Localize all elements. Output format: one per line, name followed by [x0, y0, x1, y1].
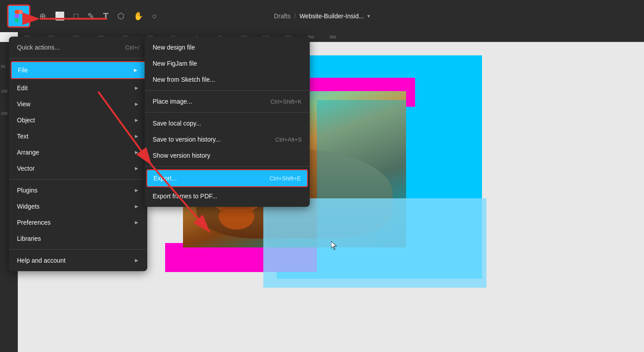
arrange-label: Arrange [17, 149, 39, 156]
main-menu: Quick actions... Ctrl+/ File ► Edit ► Vi… [9, 37, 147, 271]
hand-tool[interactable]: ✋ [133, 11, 143, 21]
widgets-label: Widgets [17, 203, 40, 210]
menu-item-view[interactable]: View ► [9, 96, 147, 112]
view-label: View [17, 101, 30, 108]
submenu-new-design[interactable]: New design file [145, 39, 310, 55]
breadcrumb: Drafts / Website-Builder-Insid... ▾ [274, 13, 370, 20]
frame-tool[interactable]: ⬜ [55, 11, 65, 21]
save-history-label: Save to version history... [153, 136, 220, 143]
quick-actions-item[interactable]: Quick actions... Ctrl+/ [9, 39, 147, 55]
tool-group: ⊕ ⬜ □ ✎ T ⬡ ✋ ○ [39, 11, 157, 21]
save-history-shortcut: Ctrl+Alt+S [275, 136, 302, 143]
text-tool[interactable]: T [103, 11, 108, 21]
preferences-arrow: ► [134, 219, 139, 226]
save-local-label: Save local copy... [153, 120, 201, 127]
menu-divider-2 [9, 179, 147, 180]
submenu-save-local[interactable]: Save local copy... [145, 115, 310, 131]
menu-item-help[interactable]: Help and account ► [9, 252, 147, 268]
submenu-show-history[interactable]: Show version history [145, 147, 310, 163]
menu-item-libraries[interactable]: Libraries [9, 230, 147, 247]
menu-divider-3 [9, 249, 147, 250]
object-arrow: ► [134, 117, 139, 123]
menu-divider-1 [9, 58, 147, 59]
toolbar: ⊕ ⬜ □ ✎ T ⬡ ✋ ○ Drafts / Website-Builder… [0, 0, 644, 32]
vector-label: Vector [17, 165, 35, 172]
filename-chevron[interactable]: ▾ [367, 13, 370, 19]
pen-tool[interactable]: ✎ [87, 11, 94, 21]
move-tool[interactable]: ⊕ [39, 11, 46, 21]
help-arrow: ► [134, 257, 139, 264]
menu-item-file[interactable]: File ► [11, 61, 145, 79]
new-figjam-label: New FigJam file [153, 60, 197, 67]
filename-label[interactable]: Website-Builder-Insid... [299, 13, 364, 20]
menu-item-object[interactable]: Object ► [9, 112, 147, 128]
submenu-divider-3 [145, 166, 310, 167]
menu-item-arrange[interactable]: Arrange ► [9, 144, 147, 160]
export-label: Export... [154, 175, 177, 182]
menu-item-text[interactable]: Text ► [9, 128, 147, 144]
menu-item-edit[interactable]: Edit ► [9, 80, 147, 96]
breadcrumb-separator: / [294, 13, 296, 20]
quick-actions-label: Quick actions... [17, 44, 60, 51]
submenu-new-figjam[interactable]: New FigJam file [145, 55, 310, 71]
text-label: Text [17, 133, 29, 140]
edit-arrow: ► [134, 85, 139, 91]
vector-arrow: ► [134, 165, 139, 172]
menu-item-widgets[interactable]: Widgets ► [9, 198, 147, 214]
quick-actions-shortcut: Ctrl+/ [125, 44, 139, 51]
new-sketch-label: New from Sketch file... [153, 76, 215, 83]
file-arrow: ► [133, 67, 138, 73]
submenu-divider-1 [145, 90, 310, 91]
show-history-label: Show version history [153, 152, 210, 159]
widgets-arrow: ► [134, 203, 139, 210]
arrange-arrow: ► [134, 149, 139, 155]
file-submenu: New design file New FigJam file New from… [145, 37, 310, 207]
submenu-save-history[interactable]: Save to version history... Ctrl+Alt+S [145, 131, 310, 147]
place-image-shortcut: Ctrl+Shift+K [270, 98, 302, 105]
export-pdf-label: Export frames to PDF... [153, 193, 217, 200]
drafts-link[interactable]: Drafts [274, 13, 291, 20]
submenu-export[interactable]: Export... Ctrl+Shift+E [146, 169, 308, 187]
plugins-arrow: ► [134, 187, 139, 193]
figma-logo-button[interactable] [7, 4, 30, 28]
place-image-label: Place image... [153, 98, 192, 105]
view-arrow: ► [134, 101, 139, 107]
menu-item-preferences[interactable]: Preferences ► [9, 214, 147, 230]
menu-item-vector[interactable]: Vector ► [9, 160, 147, 176]
submenu-export-pdf[interactable]: Export frames to PDF... [145, 188, 310, 204]
edit-label: Edit [17, 84, 28, 92]
export-shortcut: Ctrl+Shift+E [270, 175, 301, 182]
comment-tool[interactable]: ○ [152, 12, 157, 21]
libraries-label: Libraries [17, 235, 41, 242]
submenu-place-image[interactable]: Place image... Ctrl+Shift+K [145, 93, 310, 109]
menu-item-plugins[interactable]: Plugins ► [9, 182, 147, 198]
rect-cyan-bottom [263, 198, 486, 288]
object-label: Object [17, 117, 35, 124]
shape-tool[interactable]: □ [74, 12, 79, 21]
submenu-new-sketch[interactable]: New from Sketch file... [145, 71, 310, 88]
component-tool[interactable]: ⬡ [117, 11, 125, 21]
text-arrow: ► [134, 133, 139, 139]
help-label: Help and account [17, 257, 66, 264]
new-design-label: New design file [153, 44, 195, 51]
submenu-divider-2 [145, 112, 310, 113]
preferences-label: Preferences [17, 219, 50, 226]
file-label: File [18, 67, 28, 74]
plugins-label: Plugins [17, 187, 37, 194]
